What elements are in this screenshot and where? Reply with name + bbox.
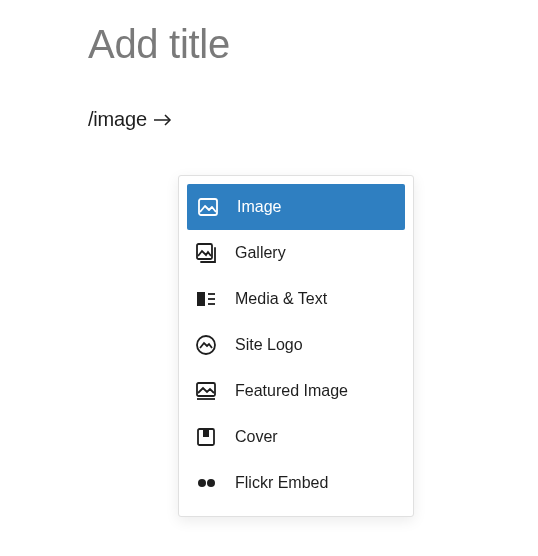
svg-rect-8	[197, 383, 215, 396]
block-option-site-logo[interactable]: Site Logo	[179, 322, 413, 368]
block-option-label: Cover	[235, 428, 278, 446]
slash-command-text: /image	[88, 108, 147, 131]
block-option-media-text[interactable]: Media & Text	[179, 276, 413, 322]
gallery-icon	[193, 240, 219, 266]
featured-image-icon	[193, 378, 219, 404]
block-option-image[interactable]: Image	[187, 184, 405, 230]
image-icon	[195, 194, 221, 220]
block-option-featured-image[interactable]: Featured Image	[179, 368, 413, 414]
block-option-label: Media & Text	[235, 290, 327, 308]
block-option-label: Featured Image	[235, 382, 348, 400]
block-option-cover[interactable]: Cover	[179, 414, 413, 460]
block-option-label: Image	[237, 198, 281, 216]
slash-command-input[interactable]: /image	[88, 108, 450, 131]
cover-icon	[193, 424, 219, 450]
site-logo-icon	[193, 332, 219, 358]
svg-rect-3	[197, 292, 205, 306]
block-inserter-popover: Image Gallery Media & Tex	[178, 175, 414, 517]
block-option-gallery[interactable]: Gallery	[179, 230, 413, 276]
arrow-right-icon	[153, 113, 175, 127]
svg-rect-11	[203, 429, 209, 437]
svg-point-12	[198, 479, 206, 487]
svg-rect-2	[197, 244, 212, 259]
flickr-icon	[193, 470, 219, 496]
post-title-input[interactable]: Add title	[88, 22, 450, 66]
svg-rect-1	[199, 199, 217, 215]
block-option-label: Site Logo	[235, 336, 303, 354]
block-option-label: Flickr Embed	[235, 474, 328, 492]
svg-point-13	[207, 479, 215, 487]
block-option-label: Gallery	[235, 244, 286, 262]
block-option-flickr-embed[interactable]: Flickr Embed	[179, 460, 413, 506]
media-text-icon	[193, 286, 219, 312]
